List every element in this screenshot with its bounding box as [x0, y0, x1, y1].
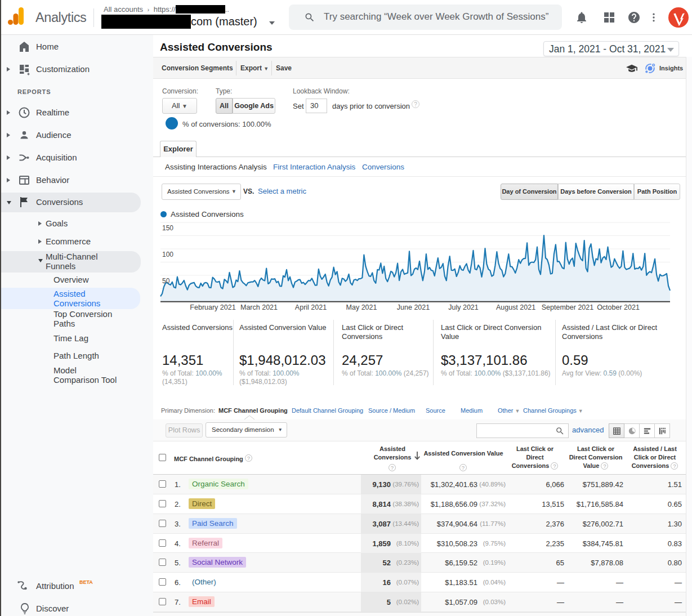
svg-text:February 2021: February 2021	[190, 303, 235, 311]
svg-text:July 2021: July 2021	[448, 303, 479, 311]
svg-text:June 2021: June 2021	[397, 303, 430, 311]
svg-text:October 2021: October 2021	[597, 303, 640, 311]
svg-text:August 2021: August 2021	[496, 303, 535, 311]
svg-text:150: 150	[162, 224, 173, 232]
svg-text:100: 100	[162, 251, 173, 258]
svg-text:September 2021: September 2021	[542, 303, 593, 311]
svg-text:50: 50	[162, 277, 170, 285]
svg-text:March 2021: March 2021	[240, 303, 278, 311]
svg-text:April 2021: April 2021	[295, 303, 327, 311]
svg-text:May 2021: May 2021	[346, 303, 377, 311]
